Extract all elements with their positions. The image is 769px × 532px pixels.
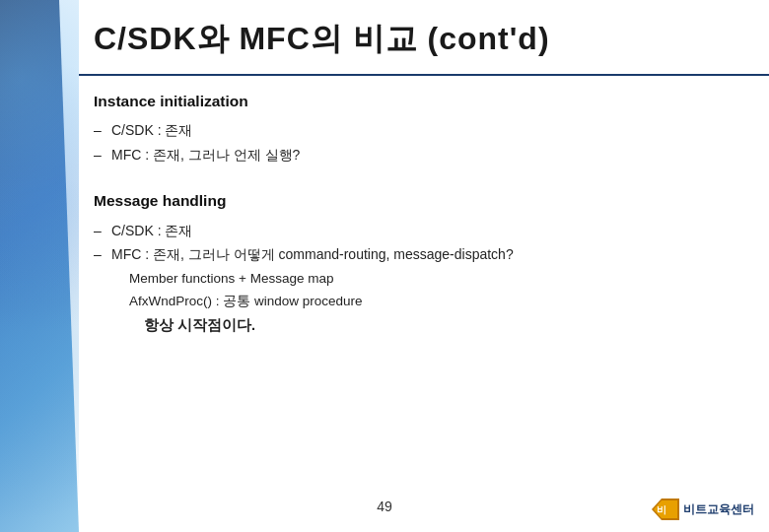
section2-bullet-1: C/SDK : 존재	[94, 219, 749, 243]
section1-bullet-1: C/SDK : 존재	[94, 118, 749, 143]
slide-title: C/SDK와 MFC의 비교 (cont'd)	[94, 18, 749, 61]
section1-title: Instance initialization	[94, 89, 749, 114]
section-instance-init: Instance initialization C/SDK : 존재 MFC :…	[94, 89, 749, 166]
title-border	[79, 74, 769, 76]
svg-text:비: 비	[657, 504, 666, 515]
section2-subitem-1: Member functions + Message map	[94, 267, 749, 291]
section2-title: Message handling	[94, 188, 749, 214]
left-decoration-overlay	[0, 0, 79, 532]
page-number: 49	[377, 499, 392, 514]
section2-bullet-2: MFC : 존재, 그러나 어떻게 command-routing, messa…	[94, 242, 749, 267]
section1-bullet-2: MFC : 존재, 그러나 언제 실행?	[94, 143, 749, 167]
slide: C/SDK와 MFC의 비교 (cont'd) Instance initial…	[0, 0, 769, 532]
logo-area: 비 비트교육센터	[652, 499, 754, 520]
logo-text: 비트교육센터	[683, 501, 754, 518]
content-area: Instance initialization C/SDK : 존재 MFC :…	[94, 89, 749, 360]
section2-subitem-3: 항상 시작점이다.	[94, 313, 749, 338]
section2-subitem-2: AfxWndProc() : 공통 window procedure	[94, 290, 749, 313]
logo-icon: 비	[652, 499, 679, 520]
title-area: C/SDK와 MFC의 비교 (cont'd)	[94, 18, 749, 61]
section-message-handling: Message handling C/SDK : 존재 MFC : 존재, 그러…	[94, 188, 749, 338]
